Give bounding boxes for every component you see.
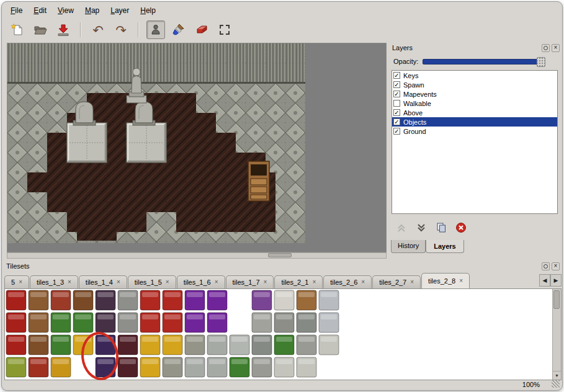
tileset-vertical-scrollbar[interactable]: ▼ bbox=[552, 289, 561, 380]
tab-close-icon[interactable]: × bbox=[117, 279, 120, 285]
tile-loom[interactable] bbox=[29, 313, 48, 332]
menu-file[interactable]: File bbox=[6, 5, 27, 17]
tile-throne-red[interactable] bbox=[163, 313, 182, 332]
layer-visibility-checkbox[interactable] bbox=[393, 128, 400, 135]
scrollbar-thumb[interactable] bbox=[553, 290, 560, 309]
tile-throne-purple[interactable] bbox=[207, 313, 227, 332]
tile-tiles-gray[interactable] bbox=[319, 335, 339, 355]
close-panel-button[interactable]: × bbox=[552, 44, 560, 52]
tileset-tab[interactable]: tiles_2_1 × bbox=[274, 275, 323, 288]
detach-panel-button[interactable] bbox=[542, 262, 550, 270]
tile-door-purple[interactable] bbox=[96, 335, 115, 355]
tile-rock[interactable] bbox=[185, 335, 205, 355]
undo-button[interactable]: ↶ bbox=[89, 20, 107, 39]
tile-plant[interactable] bbox=[51, 335, 71, 355]
tile-throne-purple[interactable] bbox=[185, 313, 205, 332]
tab-close-icon[interactable]: × bbox=[459, 278, 463, 284]
detach-panel-button[interactable] bbox=[542, 44, 550, 52]
layer-row[interactable]: Ground bbox=[392, 127, 557, 136]
tab-close-icon[interactable]: × bbox=[68, 279, 71, 285]
stamp-tool-button[interactable] bbox=[146, 20, 165, 39]
tileset-tab[interactable]: tiles_1_3 × bbox=[30, 275, 78, 288]
tile-gargoyle[interactable] bbox=[297, 313, 316, 332]
tileset-tab[interactable]: tiles_1_7 × bbox=[226, 275, 274, 288]
tileset-tab[interactable]: tiles_2_6 × bbox=[323, 275, 372, 288]
tile-gold[interactable] bbox=[73, 335, 93, 355]
tile-armor[interactable] bbox=[319, 313, 339, 332]
layer-row[interactable]: Mapevents bbox=[392, 89, 557, 99]
redo-button[interactable]: ↷ bbox=[112, 20, 130, 39]
tileset-view[interactable]: ▼ bbox=[4, 288, 562, 380]
eraser-tool-button[interactable] bbox=[192, 20, 211, 39]
tile-statue[interactable] bbox=[207, 335, 227, 355]
tile-tiles-gray[interactable] bbox=[297, 357, 316, 377]
tile-banner-red[interactable] bbox=[6, 313, 26, 332]
tile-tiles-gray[interactable] bbox=[274, 357, 294, 377]
tile-throne-purple[interactable] bbox=[185, 290, 205, 310]
tile-pot-red[interactable] bbox=[29, 357, 48, 377]
tile-shelf-light[interactable] bbox=[274, 290, 294, 310]
tile-shelf-wood[interactable] bbox=[297, 290, 316, 310]
tab-close-icon[interactable]: × bbox=[215, 279, 218, 285]
tile-throne-red[interactable] bbox=[140, 290, 160, 310]
layer-visibility-checkbox[interactable] bbox=[393, 91, 400, 97]
tile-cabinet-gray[interactable] bbox=[118, 313, 138, 332]
tileset-tab[interactable]: tiles_2_7 × bbox=[372, 275, 421, 288]
tile-books[interactable] bbox=[29, 335, 48, 355]
layer-visibility-checkbox[interactable] bbox=[393, 100, 400, 107]
tile-throne-purple[interactable] bbox=[207, 290, 227, 310]
tab-close-icon[interactable]: × bbox=[19, 279, 22, 285]
tile-statue[interactable] bbox=[207, 357, 227, 377]
tile-plant[interactable] bbox=[51, 313, 71, 332]
layer-visibility-checkbox[interactable] bbox=[393, 118, 400, 125]
map-horizontal-scrollbar[interactable] bbox=[7, 252, 387, 259]
open-map-button[interactable] bbox=[31, 20, 50, 39]
scroll-tabs-left-button[interactable]: ◀ bbox=[539, 274, 550, 287]
scroll-tabs-right-button[interactable]: ▶ bbox=[550, 274, 562, 287]
tile-cabinet-dark[interactable] bbox=[96, 290, 115, 310]
tab-close-icon[interactable]: × bbox=[312, 279, 316, 285]
tile-plant[interactable] bbox=[230, 357, 249, 377]
layer-row[interactable]: Spawn bbox=[392, 80, 557, 89]
tile-portrait[interactable] bbox=[252, 290, 272, 310]
tab-close-icon[interactable]: × bbox=[166, 279, 169, 285]
tile-pedestal[interactable] bbox=[252, 357, 272, 377]
layer-visibility-checkbox[interactable] bbox=[393, 109, 400, 116]
tile-gargoyle[interactable] bbox=[252, 335, 272, 355]
tileset-tab[interactable]: tiles_1_5 × bbox=[128, 275, 176, 288]
tile-door-purple[interactable] bbox=[96, 357, 115, 377]
tile-pedestal[interactable] bbox=[297, 335, 316, 355]
tile-cabinet-gray[interactable] bbox=[118, 290, 138, 310]
resize-grip[interactable] bbox=[552, 380, 560, 388]
tile-armor[interactable] bbox=[319, 290, 339, 310]
scrollbar-thumb[interactable] bbox=[268, 253, 292, 257]
raise-layer-button[interactable] bbox=[395, 222, 408, 233]
tab-close-icon[interactable]: × bbox=[410, 279, 414, 285]
layer-row[interactable]: Objects bbox=[392, 117, 557, 127]
layer-visibility-checkbox[interactable] bbox=[393, 81, 400, 88]
map-canvas[interactable] bbox=[7, 43, 387, 252]
tile-plant[interactable] bbox=[73, 313, 93, 332]
menu-map[interactable]: Map bbox=[80, 5, 104, 17]
menu-view[interactable]: View bbox=[53, 5, 79, 17]
opacity-slider-handle[interactable] bbox=[537, 57, 545, 67]
save-map-button[interactable] bbox=[54, 20, 73, 39]
menu-layer[interactable]: Layer bbox=[105, 5, 134, 17]
brush-tool-button[interactable] bbox=[169, 20, 188, 39]
tab-layers[interactable]: Layers bbox=[426, 240, 463, 253]
tile-door-maroon[interactable] bbox=[118, 357, 138, 377]
tile-table[interactable] bbox=[73, 290, 93, 310]
layer-row[interactable]: Above bbox=[392, 108, 557, 117]
opacity-slider[interactable] bbox=[423, 59, 545, 65]
duplicate-layer-button[interactable] bbox=[435, 222, 447, 233]
tile-cabinet-dark[interactable] bbox=[96, 313, 115, 332]
tile-cushion[interactable] bbox=[51, 290, 71, 310]
tile-coffin[interactable] bbox=[274, 313, 294, 332]
scroll-down-button[interactable]: ▼ bbox=[553, 371, 561, 380]
tileset-tab[interactable]: tiles_1_6 × bbox=[177, 275, 225, 288]
tileset-tab[interactable]: tiles_2_8 × bbox=[421, 273, 470, 288]
tile-banner-green[interactable] bbox=[6, 357, 26, 377]
lower-layer-button[interactable] bbox=[415, 222, 427, 233]
tile-angel[interactable] bbox=[230, 335, 249, 355]
layer-visibility-checkbox[interactable] bbox=[393, 72, 400, 79]
